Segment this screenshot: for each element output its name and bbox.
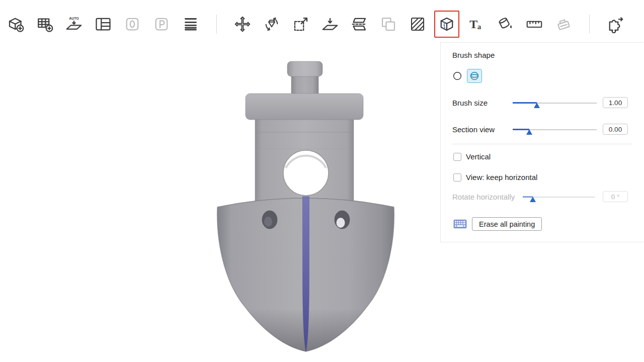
vertical-checkbox-label: Vertical <box>466 152 491 161</box>
tool-multimaterial-painting[interactable] <box>493 11 518 38</box>
scale-icon <box>292 15 310 33</box>
brush-size-slider[interactable] <box>513 98 597 108</box>
slider-thumb <box>530 197 536 202</box>
top-toolbar <box>3 8 644 40</box>
grid-plus-icon <box>36 15 54 33</box>
erase-all-painting-button[interactable]: Erase all painting <box>472 217 542 231</box>
tool-text-emboss[interactable] <box>463 11 489 38</box>
tool-move[interactable] <box>230 11 255 38</box>
keep-horizontal-checkbox[interactable]: View: keep horizontal <box>453 173 537 182</box>
benchy-model[interactable] <box>217 61 394 351</box>
slider-fill <box>513 102 537 104</box>
brush-size-value[interactable]: 1.00 <box>603 97 628 108</box>
badge-p-icon <box>152 15 171 33</box>
brush-size-label: Brush size <box>452 99 488 107</box>
rotate-horizontally-value: 0 ° <box>603 191 628 202</box>
paint-icon <box>496 15 514 33</box>
seam-painting-panel: Brush shape Brush size 1.00 Section view <box>440 42 643 242</box>
tool-rotate[interactable] <box>259 11 284 38</box>
tool-fuzzy-skin <box>551 11 576 38</box>
text-icon <box>467 15 485 33</box>
sphere-brush-icon <box>469 70 480 81</box>
keyboard-icon <box>453 219 467 229</box>
tool-split-layout[interactable] <box>91 11 116 38</box>
rotate-horizontally-label: Rotate horizontally <box>452 193 515 201</box>
toolbar-separator <box>589 15 590 34</box>
tool-variable-layer-height[interactable] <box>178 11 203 38</box>
toolbar-separator <box>216 15 217 34</box>
benchy-window <box>283 150 329 196</box>
tool-seam-painting[interactable] <box>434 11 459 38</box>
brush-shape-circle-option[interactable] <box>450 69 465 83</box>
puzzle-icon <box>606 15 624 33</box>
keep-horizontal-checkbox-label: View: keep horizontal <box>466 173 537 182</box>
rotate-horizontally-slider <box>523 192 595 202</box>
slider-thumb[interactable] <box>534 103 540 108</box>
tool-place-on-face[interactable] <box>317 11 343 38</box>
checkbox-box[interactable] <box>453 173 461 182</box>
circle-brush-icon <box>452 70 463 81</box>
brush-shape-sphere-option[interactable] <box>467 69 482 83</box>
tool-cut[interactable] <box>347 11 372 38</box>
tool-auto-arrange[interactable] <box>61 11 87 38</box>
section-view-label: Section view <box>452 125 495 134</box>
brush-shape-label: Brush shape <box>452 51 495 59</box>
ruler-icon <box>525 15 543 33</box>
layers-icon <box>182 15 200 33</box>
seam-stripe <box>303 197 309 351</box>
stamp-icon <box>554 15 573 33</box>
flatten-icon <box>321 15 339 33</box>
slider-thumb[interactable] <box>526 129 532 135</box>
layout-icon <box>94 15 112 33</box>
slicer-app-window: Brush shape Brush size 1.00 Section view <box>0 0 644 362</box>
keyboard-shortcuts-button[interactable] <box>453 219 467 229</box>
checkbox-box[interactable] <box>453 153 461 161</box>
seam-icon <box>438 15 456 33</box>
tool-plugins[interactable] <box>603 11 628 38</box>
cut-icon <box>350 15 368 33</box>
tool-badge-zero <box>120 11 145 38</box>
section-view-slider[interactable] <box>513 125 597 135</box>
rotate-icon <box>263 15 281 33</box>
benchy-chimney <box>287 61 323 97</box>
badge-0-icon <box>123 15 141 33</box>
cube-plus-icon <box>7 15 25 33</box>
tool-badge-p <box>149 11 174 38</box>
tool-add-instance[interactable] <box>32 11 57 38</box>
panel-divider <box>452 144 632 144</box>
section-view-value[interactable]: 0.00 <box>603 124 628 135</box>
tool-paint-on-supports[interactable] <box>405 11 430 38</box>
vertical-checkbox[interactable]: Vertical <box>453 152 491 161</box>
supports-icon <box>409 15 427 33</box>
tool-scale[interactable] <box>288 11 313 38</box>
arrange-icon <box>65 15 83 33</box>
tool-mirror-copy <box>376 11 401 38</box>
copy-icon <box>379 15 397 33</box>
tool-add-object[interactable] <box>3 11 28 38</box>
move-icon <box>233 15 252 33</box>
tool-measure[interactable] <box>522 11 547 38</box>
